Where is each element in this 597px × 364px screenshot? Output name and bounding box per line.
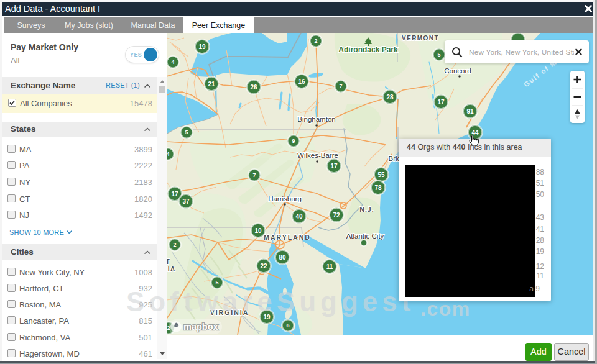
svg-text:T: T	[167, 258, 170, 265]
svg-text:5: 5	[185, 129, 188, 135]
svg-text:6: 6	[286, 322, 289, 329]
svg-text:VERMONT: VERMONT	[402, 35, 439, 42]
svg-text:2: 2	[173, 242, 176, 248]
svg-text:17: 17	[437, 99, 445, 106]
svg-text:21: 21	[208, 81, 215, 88]
svg-text:2: 2	[314, 38, 317, 44]
svg-text:5: 5	[437, 52, 440, 58]
svg-text:26: 26	[250, 84, 257, 91]
svg-text:16: 16	[298, 78, 305, 85]
svg-text:9: 9	[292, 138, 295, 144]
svg-text:37: 37	[182, 198, 190, 205]
svg-text:Wilkes-Barre: Wilkes-Barre	[297, 152, 338, 159]
svg-text:80: 80	[279, 254, 286, 261]
svg-text:17: 17	[171, 191, 178, 198]
svg-text:IIA: IIA	[167, 265, 175, 273]
svg-text:91: 91	[466, 108, 474, 115]
svg-text:40: 40	[295, 213, 303, 220]
svg-text:4: 4	[167, 151, 170, 157]
svg-text:10: 10	[254, 227, 262, 234]
svg-text:55: 55	[377, 171, 385, 178]
svg-text:72: 72	[333, 212, 340, 219]
svg-text:17: 17	[330, 163, 338, 170]
svg-text:Atlantic City: Atlantic City	[346, 232, 384, 240]
svg-text:Concord: Concord	[444, 67, 471, 75]
svg-text:MARYLAND: MARYLAND	[264, 234, 311, 241]
svg-text:5: 5	[215, 280, 218, 286]
svg-text:7: 7	[339, 83, 342, 89]
svg-text:Harrisburg: Harrisburg	[268, 195, 302, 202]
svg-text:N.J.: N.J.	[359, 206, 374, 213]
svg-text:7: 7	[252, 172, 256, 178]
svg-text:28: 28	[386, 94, 394, 101]
svg-text:Adirondack Park: Adirondack Park	[338, 45, 398, 54]
svg-text:11: 11	[326, 263, 333, 270]
svg-text:22: 22	[260, 263, 267, 270]
svg-text:4: 4	[171, 59, 174, 65]
svg-text:78: 78	[374, 184, 382, 191]
svg-text:19: 19	[198, 43, 206, 50]
svg-text:Binghamton: Binghamton	[297, 116, 335, 123]
svg-text:mapbox: mapbox	[183, 322, 218, 332]
